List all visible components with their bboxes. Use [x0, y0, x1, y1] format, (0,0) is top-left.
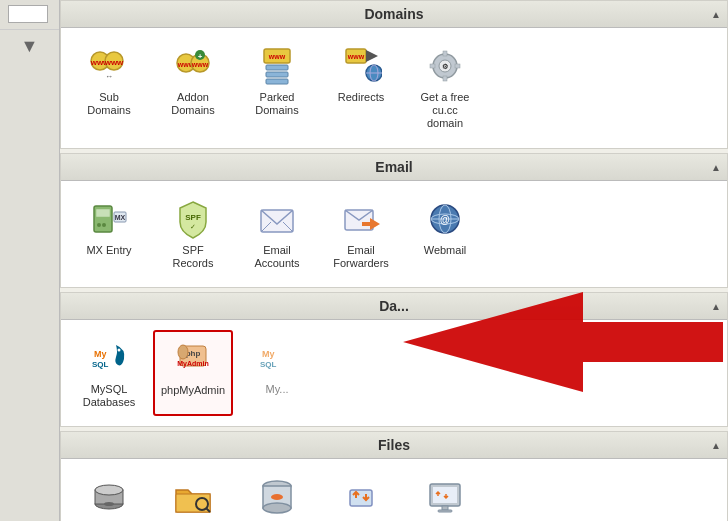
databases-collapse-btn[interactable]: ▲	[711, 300, 721, 311]
svg-text:www: www	[347, 53, 365, 60]
spfrecords-label: SPFRecords	[173, 244, 214, 270]
sidebar-arrow-down[interactable]: ▼	[0, 30, 59, 63]
svg-point-51	[178, 345, 188, 359]
svg-text:@: @	[440, 214, 450, 225]
databases-section-header: Da... ▲	[61, 293, 727, 320]
parkeddomains-label: ParkedDomains	[255, 91, 298, 117]
email-section: Email ▲ MX MX Entr	[60, 153, 728, 288]
svg-rect-13	[266, 65, 288, 70]
cucc-label: Get a freecu.ccdomain	[421, 91, 470, 131]
files-section: Files ▲ Backups	[60, 431, 728, 521]
svg-text:www: www	[104, 58, 124, 67]
redirects-label: Redirects	[338, 91, 384, 104]
sidebar-input-1[interactable]	[0, 0, 59, 30]
parkeddomains-item[interactable]: www ParkedDomains	[237, 38, 317, 138]
emailforwarders-label: EmailForwarders	[333, 244, 389, 270]
spfrecords-item[interactable]: SPF ✓ SPFRecords	[153, 191, 233, 277]
freeftp-item[interactable]: Free FTPSoftware	[405, 469, 485, 521]
svg-point-57	[104, 502, 114, 506]
svg-rect-69	[438, 510, 452, 512]
diskspace-item[interactable]: Disk SpaceUsage	[237, 469, 317, 521]
svg-rect-15	[266, 79, 288, 84]
main-content: Domains ▲ www www ↔	[60, 0, 728, 521]
webmail-label: Webmail	[424, 244, 467, 257]
svg-text:MX: MX	[115, 214, 126, 221]
sidebar-text-input[interactable]	[8, 5, 48, 23]
svg-rect-14	[266, 72, 288, 77]
addondomains-item[interactable]: www www + AddonDomains	[153, 38, 233, 138]
phpmyadmin-item[interactable]: php MyAdmin phpMyAdmin	[153, 330, 233, 416]
mysqldatabases-label: MySQLDatabases	[83, 383, 136, 409]
freeftp-icon	[424, 476, 466, 518]
databases-title: Da...	[379, 298, 409, 314]
databases-section-body: My SQL MySQLDatabases php	[61, 320, 727, 426]
svg-point-47	[118, 348, 121, 351]
emailforwarders-icon	[340, 198, 382, 240]
svg-point-30	[97, 223, 101, 227]
domains-section-header: Domains ▲	[61, 1, 727, 28]
svg-text:SQL: SQL	[260, 360, 277, 369]
svg-rect-68	[442, 506, 448, 510]
svg-point-63	[263, 503, 291, 513]
domains-collapse-btn[interactable]: ▲	[711, 9, 721, 20]
svg-text:✓: ✓	[190, 223, 196, 230]
mysql2-label: My...	[265, 383, 288, 396]
svg-text:www: www	[191, 61, 209, 68]
domains-section: Domains ▲ www www ↔	[60, 0, 728, 149]
svg-rect-25	[430, 64, 435, 68]
redirects-item[interactable]: www Redirects	[321, 38, 401, 138]
filemanager-item[interactable]: Online FileManager	[153, 469, 233, 521]
phpmyadmin-icon: php MyAdmin	[172, 338, 214, 380]
databases-section: Da... ▲ My SQL MySQLDatabases	[60, 292, 728, 427]
diskspace-icon	[256, 476, 298, 518]
subdomains-item[interactable]: www www ↔ SubDomains	[69, 38, 149, 138]
mysqldatabases-item[interactable]: My SQL MySQLDatabases	[69, 330, 149, 416]
svg-rect-24	[443, 76, 447, 81]
svg-text:My: My	[262, 349, 275, 359]
svg-point-64	[271, 494, 283, 500]
files-section-body: Backups Online FileManager	[61, 459, 727, 521]
emailaccounts-item[interactable]: EmailAccounts	[237, 191, 317, 277]
files-collapse-btn[interactable]: ▲	[711, 440, 721, 451]
svg-text:⚙: ⚙	[442, 63, 448, 70]
svg-rect-26	[455, 64, 460, 68]
files-section-header: Files ▲	[61, 432, 727, 459]
redirects-icon: www	[340, 45, 382, 87]
emailforwarders-item[interactable]: EmailForwarders	[321, 191, 401, 277]
spfrecords-icon: SPF ✓	[172, 198, 214, 240]
addondomains-icon: www www +	[172, 45, 214, 87]
svg-text:SPF: SPF	[185, 213, 201, 222]
ftpaccounts-icon	[340, 476, 382, 518]
mxentry-label: MX Entry	[86, 244, 131, 257]
addondomains-label: AddonDomains	[171, 91, 214, 117]
cucc-icon: ⚙	[424, 45, 466, 87]
files-title: Files	[378, 437, 410, 453]
svg-text:↔: ↔	[105, 72, 113, 81]
subdomains-label: SubDomains	[87, 91, 130, 117]
webmail-icon: @	[424, 198, 466, 240]
subdomains-icon: www www ↔	[88, 45, 130, 87]
cucc-item[interactable]: ⚙ Get a freecu.ccdomain	[405, 38, 485, 138]
svg-text:www: www	[268, 53, 286, 60]
backups-item[interactable]: Backups	[69, 469, 149, 521]
domains-section-body: www www ↔ SubDomains www	[61, 28, 727, 148]
svg-point-56	[95, 485, 123, 495]
backups-icon	[88, 476, 130, 518]
svg-rect-23	[443, 51, 447, 56]
email-section-header: Email ▲	[61, 154, 727, 181]
email-section-body: MX MX Entry SPF ✓ SPFRecords	[61, 181, 727, 287]
svg-rect-29	[96, 209, 110, 217]
svg-text:MyAdmin: MyAdmin	[177, 360, 209, 368]
left-sidebar: ▼	[0, 0, 60, 521]
svg-rect-67	[433, 487, 457, 503]
email-collapse-btn[interactable]: ▲	[711, 161, 721, 172]
phpmyadmin-label: phpMyAdmin	[161, 384, 225, 397]
domains-title: Domains	[364, 6, 423, 22]
filemanager-icon	[172, 476, 214, 518]
mysql2-item[interactable]: My SQL My...	[237, 330, 317, 416]
ftpaccounts-item[interactable]: FTPAccounts	[321, 469, 401, 521]
mxentry-item[interactable]: MX MX Entry	[69, 191, 149, 277]
mysql2-icon: My SQL	[256, 337, 298, 379]
webmail-item[interactable]: @ Webmail	[405, 191, 485, 277]
svg-text:My: My	[94, 349, 107, 359]
